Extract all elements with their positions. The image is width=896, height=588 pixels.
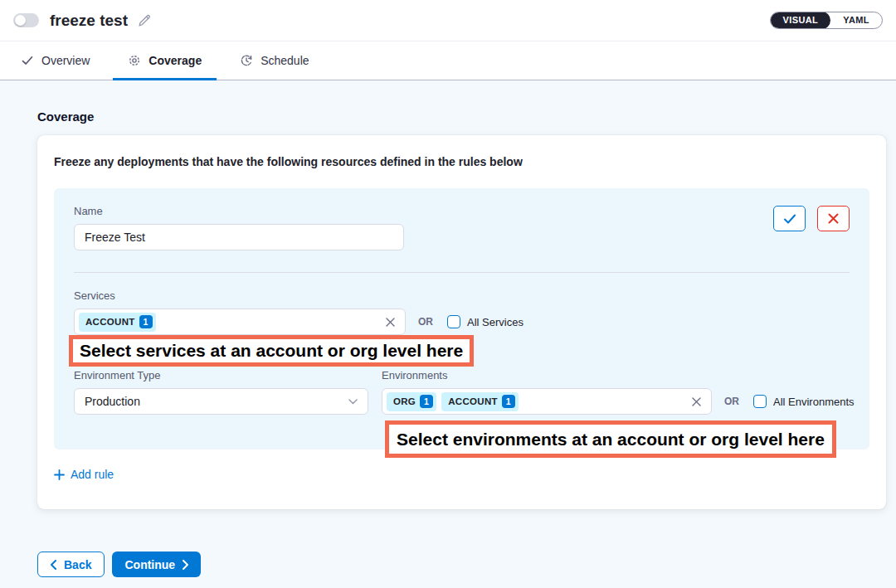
- card-description: Freeze any deployments that have the fol…: [54, 155, 869, 168]
- chevron-right-icon: [183, 560, 188, 570]
- clear-x-icon: [692, 397, 701, 406]
- services-clear-button[interactable]: [386, 318, 395, 327]
- rule-action-buttons: [773, 205, 850, 231]
- yaml-toggle-button[interactable]: YAML: [830, 12, 882, 29]
- panel-divider: [74, 272, 850, 273]
- name-label: Name: [74, 205, 404, 217]
- services-multiselect[interactable]: ACCOUNT 1: [74, 309, 406, 335]
- all-services-label: All Services: [467, 316, 523, 328]
- check-icon: [21, 54, 34, 67]
- tab-label: Overview: [41, 54, 90, 67]
- service-tag: ACCOUNT 1: [79, 313, 156, 332]
- freeze-enable-toggle[interactable]: [13, 13, 39, 27]
- chevron-left-icon: [51, 560, 56, 570]
- plus-icon: [54, 469, 65, 480]
- add-rule-button[interactable]: Add rule: [54, 468, 114, 481]
- coverage-page: Coverage Freeze any deployments that hav…: [0, 80, 896, 588]
- footer-actions: Back Continue: [37, 552, 896, 577]
- delete-rule-button[interactable]: [817, 206, 850, 231]
- name-row: Name: [74, 205, 850, 250]
- name-input[interactable]: [74, 224, 404, 250]
- tab-coverage[interactable]: Coverage: [113, 41, 217, 80]
- edit-title-button[interactable]: [137, 13, 152, 28]
- environments-multiselect[interactable]: ORG 1 ACCOUNT 1: [382, 388, 712, 415]
- services-annotation: Select services at an account or org lev…: [69, 335, 474, 367]
- chevron-down-icon: [348, 399, 358, 405]
- name-field-group: Name: [74, 205, 404, 250]
- environments-group: Environments ORG 1 ACCOUNT 1: [382, 369, 855, 415]
- services-section: Services ACCOUNT 1 OR: [74, 289, 850, 335]
- pencil-icon: [137, 13, 152, 28]
- section-heading: Coverage: [0, 80, 896, 124]
- all-environments-checkbox[interactable]: [753, 395, 767, 408]
- visual-yaml-switch: VISUAL YAML: [770, 12, 883, 29]
- header-bar: freeze test VISUAL YAML: [0, 0, 896, 41]
- visual-toggle-button[interactable]: VISUAL: [770, 12, 830, 29]
- add-rule-label: Add rule: [71, 468, 114, 481]
- rule-panel: Name: [54, 188, 869, 450]
- environments-row: Environment Type Production Environments…: [74, 369, 850, 415]
- services-label: Services: [74, 289, 850, 302]
- tab-bar: Overview Coverage Schedule: [0, 41, 896, 80]
- coverage-card: Freeze any deployments that have the fol…: [37, 135, 886, 509]
- tag-count-badge: 1: [502, 395, 515, 408]
- environment-type-select[interactable]: Production: [74, 388, 368, 415]
- confirm-rule-button[interactable]: [773, 206, 806, 231]
- environment-tag: ACCOUNT 1: [441, 392, 519, 411]
- environments-annotation: Select environments at an account or org…: [385, 420, 836, 458]
- services-or-text: OR: [418, 316, 433, 328]
- all-environments-label: All Environments: [773, 396, 855, 408]
- confirm-check-icon: [783, 213, 796, 225]
- back-button[interactable]: Back: [37, 552, 105, 577]
- environment-tag: ORG 1: [387, 392, 436, 411]
- close-icon: [828, 213, 839, 224]
- environments-or-text: OR: [724, 396, 739, 407]
- tag-count-badge: 1: [420, 395, 433, 408]
- clock-refresh-icon: [240, 54, 253, 67]
- toggle-knob: [15, 15, 26, 26]
- environments-label: Environments: [382, 369, 855, 381]
- tab-overview[interactable]: Overview: [6, 41, 105, 80]
- page-title: freeze test: [50, 12, 128, 30]
- environments-clear-button[interactable]: [692, 397, 701, 406]
- gear-icon: [128, 54, 141, 67]
- tab-label: Coverage: [149, 54, 202, 67]
- environment-type-group: Environment Type Production: [74, 369, 368, 415]
- environment-type-label: Environment Type: [74, 369, 368, 381]
- all-services-checkbox[interactable]: [447, 315, 460, 328]
- tag-count-badge: 1: [139, 315, 153, 328]
- environment-type-value: Production: [85, 395, 140, 408]
- continue-button[interactable]: Continue: [112, 552, 201, 577]
- tab-schedule[interactable]: Schedule: [225, 41, 324, 80]
- clear-x-icon: [386, 318, 395, 327]
- tab-label: Schedule: [261, 54, 309, 67]
